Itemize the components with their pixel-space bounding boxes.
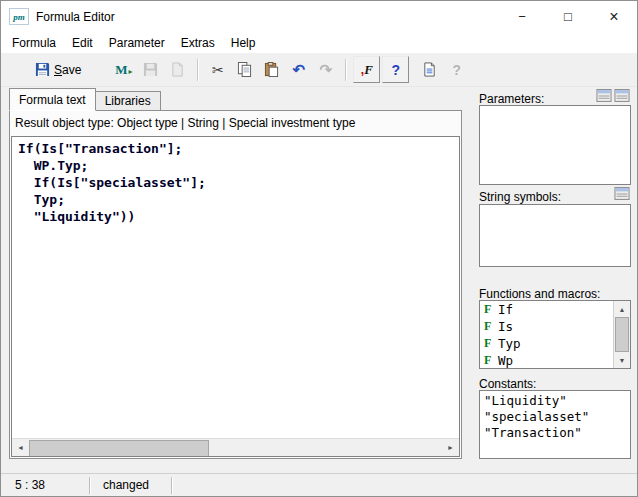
toolbar-separator bbox=[345, 59, 346, 81]
modified-state: changed bbox=[90, 478, 171, 492]
save-label: Save bbox=[54, 63, 81, 77]
app-icon: pm bbox=[9, 8, 29, 25]
library-load-icon bbox=[170, 62, 185, 77]
constants-list[interactable]: "Liquidity" "specialasset" "Transaction" bbox=[479, 390, 631, 459]
minimize-icon: − bbox=[518, 9, 526, 24]
functions-vertical-scrollbar[interactable]: ▲ ▼ bbox=[613, 301, 630, 368]
constant-list-item[interactable]: "Transaction" bbox=[480, 425, 630, 441]
string-symbols-label: String symbols: bbox=[479, 190, 561, 204]
parameters-table-icon-1[interactable] bbox=[596, 89, 612, 102]
function-f-icon: F bbox=[484, 302, 493, 317]
scrollbar-thumb[interactable] bbox=[615, 317, 629, 352]
function-list-item[interactable]: F Is bbox=[480, 318, 630, 335]
menu-edit[interactable]: Edit bbox=[64, 33, 101, 53]
horizontal-scrollbar[interactable]: ◄ ► bbox=[12, 438, 459, 456]
menu-bar: Formula Edit Parameter Extras Help bbox=[1, 32, 637, 53]
function-f-icon: F bbox=[484, 353, 493, 368]
scroll-up-button[interactable]: ▲ bbox=[614, 301, 630, 317]
copy-button[interactable] bbox=[232, 57, 257, 82]
toolbar: Save M▸ ✂ ↶ ↷ bbox=[1, 53, 637, 87]
menu-formula[interactable]: Formula bbox=[4, 33, 64, 53]
toolbar-separator bbox=[197, 59, 198, 81]
formula-code[interactable]: If(Is["Transaction"]; WP.Typ; If(Is["spe… bbox=[12, 137, 459, 228]
function-name: If bbox=[498, 302, 513, 317]
scissors-icon: ✂ bbox=[212, 63, 224, 77]
save-library-button-disabled bbox=[138, 57, 163, 82]
close-icon: × bbox=[609, 8, 618, 26]
context-help-button[interactable]: ? bbox=[382, 56, 409, 83]
save-button[interactable]: Save bbox=[28, 57, 88, 82]
menu-parameter[interactable]: Parameter bbox=[101, 33, 173, 53]
title-bar: pm Formula Editor − □ × bbox=[1, 1, 637, 32]
string-symbols-table-icon[interactable] bbox=[614, 187, 630, 200]
function-icon: ,F bbox=[361, 62, 373, 78]
save-icon bbox=[35, 62, 50, 77]
scrollbar-track[interactable] bbox=[209, 439, 442, 456]
menu-extras[interactable]: Extras bbox=[173, 33, 223, 53]
copy-icon bbox=[237, 62, 252, 77]
window-title: Formula Editor bbox=[36, 10, 115, 24]
function-name: Wp bbox=[498, 353, 513, 368]
help-button-disabled: ? bbox=[444, 57, 469, 82]
tab-strip: Formula text Libraries bbox=[9, 88, 161, 111]
functions-label: Functions and macros: bbox=[479, 287, 600, 301]
undo-button[interactable]: ↶ bbox=[286, 57, 311, 82]
tab-formula-text[interactable]: Formula text bbox=[9, 88, 96, 111]
parameters-label: Parameters: bbox=[479, 92, 544, 106]
formula-line[interactable]: WP.Typ; bbox=[18, 157, 453, 174]
parameters-table-icon-2[interactable] bbox=[614, 89, 630, 102]
help-disabled-icon: ? bbox=[453, 62, 462, 78]
formula-line[interactable]: If(Is["Transaction"]; bbox=[18, 140, 453, 157]
scroll-right-button[interactable]: ► bbox=[442, 439, 459, 456]
menu-help[interactable]: Help bbox=[223, 33, 264, 53]
close-button[interactable]: × bbox=[591, 1, 637, 32]
string-symbols-list[interactable] bbox=[479, 204, 631, 267]
maximize-icon: □ bbox=[564, 9, 572, 24]
scroll-left-button[interactable]: ◄ bbox=[12, 439, 29, 456]
result-object-type-label: Result object type: Object type | String… bbox=[10, 111, 461, 135]
functions-list[interactable]: F If F Is F Typ F Wp ▲ ▼ bbox=[479, 300, 631, 369]
minimize-button[interactable]: − bbox=[499, 1, 545, 32]
formula-line[interactable]: If(Is["specialasset"]; bbox=[18, 174, 453, 191]
redo-icon: ↷ bbox=[320, 61, 333, 79]
cursor-position: 5 : 38 bbox=[1, 478, 89, 492]
function-name: Is bbox=[498, 319, 513, 334]
formula-text-page: Result object type: Object type | String… bbox=[9, 110, 462, 459]
document-icon bbox=[422, 62, 437, 77]
formula-line[interactable]: Typ; bbox=[18, 191, 453, 208]
undo-icon: ↶ bbox=[293, 61, 306, 79]
macro-m-icon: M▸ bbox=[115, 62, 132, 78]
paste-icon bbox=[264, 62, 279, 77]
status-bar: 5 : 38 changed bbox=[1, 473, 637, 496]
formula-line[interactable]: "Liquidity")) bbox=[18, 208, 453, 225]
scrollbar-thumb[interactable] bbox=[29, 440, 209, 457]
redo-button-disabled: ↷ bbox=[313, 57, 338, 82]
function-list-item[interactable]: F Typ bbox=[480, 335, 630, 352]
library-save-icon bbox=[143, 62, 158, 77]
help-icon: ? bbox=[392, 62, 401, 78]
constant-list-item[interactable]: "Liquidity" bbox=[480, 393, 630, 409]
cut-button[interactable]: ✂ bbox=[205, 57, 230, 82]
constant-list-item[interactable]: "specialasset" bbox=[480, 409, 630, 425]
function-f-icon: F bbox=[484, 319, 493, 334]
function-list-item[interactable]: F If bbox=[480, 301, 630, 318]
formula-editor-window: pm Formula Editor − □ × Formula Edit Par… bbox=[0, 0, 638, 497]
maximize-button[interactable]: □ bbox=[545, 1, 591, 32]
formula-check-button[interactable] bbox=[417, 57, 442, 82]
function-list-item[interactable]: F Wp bbox=[480, 352, 630, 369]
arrow-left-icon: ◄ bbox=[17, 444, 24, 451]
arrow-right-icon: ► bbox=[447, 444, 454, 451]
arrow-up-icon: ▲ bbox=[619, 306, 626, 313]
constants-label: Constants: bbox=[479, 377, 536, 391]
tab-libraries[interactable]: Libraries bbox=[96, 91, 161, 111]
paste-button[interactable] bbox=[259, 57, 284, 82]
formula-editor-area[interactable]: If(Is["Transaction"]; WP.Typ; If(Is["spe… bbox=[11, 136, 460, 457]
function-name: Typ bbox=[498, 336, 521, 351]
insert-macro-button[interactable]: M▸ bbox=[111, 57, 136, 82]
scroll-down-button[interactable]: ▼ bbox=[614, 352, 630, 368]
parameters-list[interactable] bbox=[479, 105, 631, 185]
function-f-icon: F bbox=[484, 336, 493, 351]
library-load-button-disabled bbox=[165, 57, 190, 82]
status-separator bbox=[171, 477, 172, 494]
insert-function-button[interactable]: ,F bbox=[353, 56, 380, 83]
